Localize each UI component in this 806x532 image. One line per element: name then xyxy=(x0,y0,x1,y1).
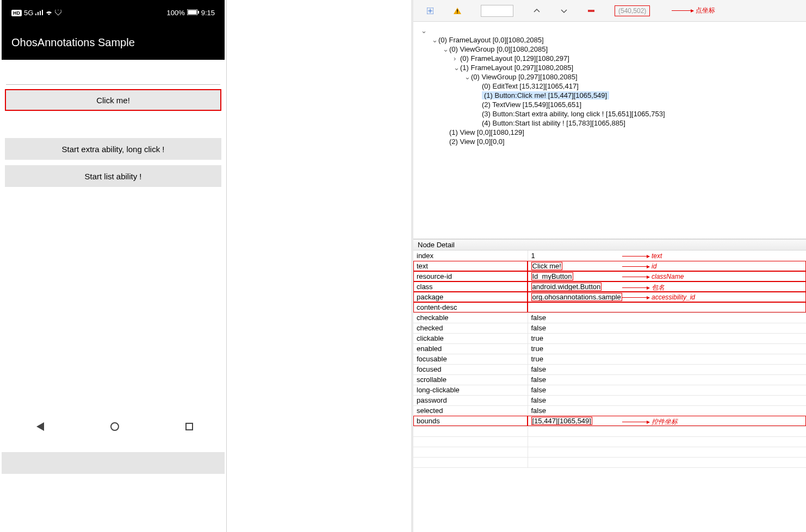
detail-key: text xyxy=(413,261,528,271)
tree-node[interactable]: (2) TextView [15,549][1065,651] xyxy=(482,101,581,109)
app-title: OhosAnnotations Sample xyxy=(11,36,135,49)
detail-key: checked xyxy=(413,323,528,333)
detail-key: checkable xyxy=(413,312,528,323)
network-indicator: 5G xyxy=(24,9,33,17)
tree-node[interactable]: (3) Button:Start extra ability, long cli… xyxy=(482,110,665,118)
textview-placeholder xyxy=(5,116,221,138)
clock: 9:15 xyxy=(201,9,215,17)
detail-key: scrollable xyxy=(413,374,528,385)
detail-key xyxy=(413,447,528,457)
detail-key xyxy=(413,457,528,467)
tree-node[interactable]: (4) Button:Start list ability ! [15,783]… xyxy=(482,119,625,127)
tree-node-selected[interactable]: (1) Button:Click me! [15,447][1065,549] xyxy=(482,91,609,99)
detail-value: false xyxy=(528,312,806,323)
detail-value xyxy=(528,426,806,436)
tree-node[interactable]: (0) FrameLayout [0,0][1080,2085] xyxy=(438,36,544,44)
warning-icon[interactable] xyxy=(454,7,461,15)
detail-value: true xyxy=(528,354,806,364)
detail-key: clickable xyxy=(413,333,528,343)
phone-nav-bar xyxy=(3,416,226,437)
detail-key: resource-id xyxy=(413,271,528,281)
start-list-ability-button[interactable]: Start list ability ! xyxy=(5,165,221,187)
prev-match-icon[interactable] xyxy=(533,7,541,15)
detail-value: true xyxy=(528,333,806,343)
click-me-button[interactable]: Click me! xyxy=(5,89,221,111)
detail-value xyxy=(528,302,806,312)
annotation-text: text xyxy=(620,252,662,260)
tree-node[interactable]: (1) FrameLayout [0,297][1080,2085] xyxy=(460,64,573,72)
detail-value: false xyxy=(528,385,806,395)
annotation-content: accessibility_id xyxy=(620,293,695,301)
detail-key: password xyxy=(413,395,528,405)
next-match-icon[interactable] xyxy=(560,7,568,15)
svg-rect-2 xyxy=(198,11,199,14)
svg-rect-1 xyxy=(188,10,196,15)
remove-icon[interactable] xyxy=(587,7,595,15)
detail-key: index xyxy=(413,251,528,261)
detail-value: false xyxy=(528,395,806,405)
signal-icon xyxy=(35,9,43,17)
phone-screen: HD 5G 100% 9:15 OhosAn xyxy=(2,0,225,474)
expand-icon[interactable] xyxy=(426,7,434,15)
coord-annotation: 点坐标 xyxy=(669,6,715,15)
phone-status-bar: HD 5G 100% 9:15 xyxy=(2,0,225,26)
nav-home-icon[interactable] xyxy=(110,422,119,431)
detail-value: Click me! xyxy=(528,261,806,271)
detail-value xyxy=(528,436,806,447)
battery-icon xyxy=(187,9,199,17)
detail-value: false xyxy=(528,323,806,333)
detail-key xyxy=(413,436,528,447)
detail-key: package xyxy=(413,292,528,302)
hd-icon: HD xyxy=(11,10,22,16)
detail-value: false xyxy=(528,374,806,385)
detail-value xyxy=(528,447,806,457)
detail-value: true xyxy=(528,343,806,354)
nav-back-icon[interactable] xyxy=(36,422,44,431)
search-input[interactable] xyxy=(481,5,513,17)
app-title-bar: OhosAnnotations Sample xyxy=(2,26,225,60)
coord-display: (540,502) xyxy=(615,5,650,16)
inspector-toolbar: (540,502) 点坐标 xyxy=(413,0,806,22)
detail-key: focused xyxy=(413,364,528,374)
edit-text-field[interactable] xyxy=(6,63,220,85)
annotation-class: className xyxy=(620,273,684,280)
heart-icon xyxy=(55,9,61,17)
detail-key: long-clickable xyxy=(413,385,528,395)
svg-rect-4 xyxy=(457,9,457,12)
annotation-package: 包名 xyxy=(620,283,665,292)
tree-node[interactable]: (2) View [0,0][0,0] xyxy=(449,137,505,146)
detail-value: false xyxy=(528,405,806,416)
phone-content: Click me! Start extra ability, long clic… xyxy=(2,60,225,452)
annotation-id: id xyxy=(620,262,656,270)
tree-node[interactable]: (0) EditText [15,312][1065,417] xyxy=(482,82,579,90)
detail-key xyxy=(413,426,528,436)
node-detail-header: Node Detail xyxy=(413,239,806,251)
tree-node[interactable]: (0) ViewGroup [0,0][1080,2085] xyxy=(449,45,548,53)
tree-node[interactable]: (0) FrameLayout [0,129][1080,297] xyxy=(460,54,569,62)
battery-percent: 100% xyxy=(166,9,184,17)
inspector-panel: (540,502) 点坐标 ⌄ ⌄(0) FrameLayout [0,0][1… xyxy=(413,0,806,532)
svg-rect-5 xyxy=(457,12,457,13)
detail-key: selected xyxy=(413,405,528,416)
detail-key: bounds xyxy=(413,416,528,426)
wifi-icon xyxy=(45,9,53,17)
detail-value: 1 xyxy=(528,251,806,261)
detail-key: content-desc xyxy=(413,302,528,312)
annotation-bounds: 控件坐标 xyxy=(620,417,678,427)
detail-key: enabled xyxy=(413,343,528,354)
start-extra-ability-button[interactable]: Start extra ability, long click ! xyxy=(5,138,221,160)
detail-value xyxy=(528,457,806,467)
node-detail-table: index1textClick me!resource-idId_myButto… xyxy=(413,251,806,468)
detail-key: focusable xyxy=(413,354,528,364)
tree-node[interactable]: (0) ViewGroup [0,297][1080,2085] xyxy=(471,73,578,81)
node-detail-section: Node Detail index1textClick me!resource-… xyxy=(413,239,806,468)
detail-key: class xyxy=(413,281,528,292)
svg-rect-6 xyxy=(588,10,594,12)
phone-preview-panel: HD 5G 100% 9:15 OhosAn xyxy=(0,0,227,532)
nav-recents-icon[interactable] xyxy=(185,423,193,430)
tree-node[interactable]: (1) View [0,0][1080,129] xyxy=(449,128,524,136)
hierarchy-tree[interactable]: ⌄ ⌄(0) FrameLayout [0,0][1080,2085] ⌄(0)… xyxy=(413,22,806,239)
detail-value: android.widget.Button xyxy=(528,281,806,292)
detail-value: false xyxy=(528,364,806,374)
